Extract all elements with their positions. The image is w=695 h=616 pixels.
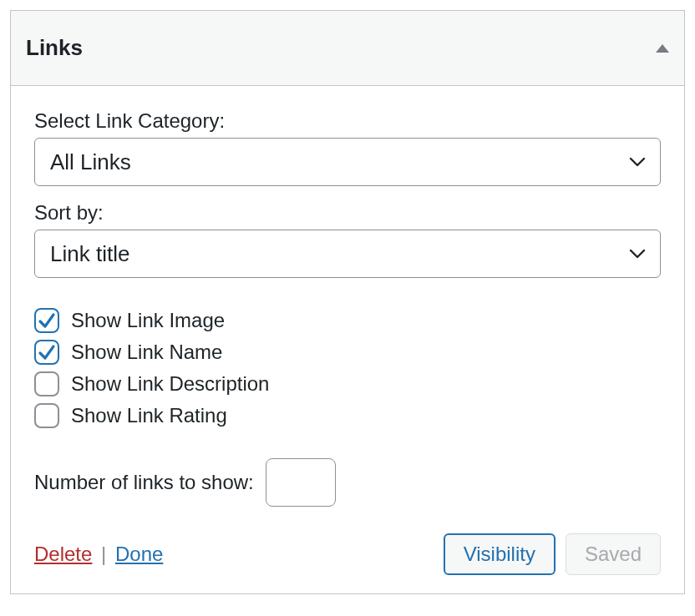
widget-body: Select Link Category: All Links Sort by:… (11, 86, 684, 593)
links-widget: Links Select Link Category: All Links So… (10, 10, 685, 594)
saved-button: Saved (566, 533, 661, 575)
checkbox-label: Show Link Image (71, 309, 225, 332)
category-select[interactable]: All Links (34, 138, 661, 186)
footer-links: Delete | Done (34, 543, 163, 566)
checkbox-label: Show Link Rating (71, 404, 227, 427)
separator: | (101, 543, 106, 565)
number-of-links-label: Number of links to show: (34, 471, 254, 494)
number-of-links-input[interactable] (266, 458, 336, 507)
footer-buttons: Visibility Saved (444, 533, 661, 575)
category-select-wrap: All Links (34, 138, 661, 186)
checkbox-input[interactable] (34, 371, 59, 396)
chevron-up-icon (656, 44, 669, 53)
checkbox-group: Show Link Image Show Link Name Show Link… (34, 308, 661, 428)
widget-footer: Delete | Done Visibility Saved (34, 533, 661, 575)
sort-label: Sort by: (34, 201, 661, 225)
checkmark-icon (38, 343, 56, 361)
checkbox-show-image[interactable]: Show Link Image (34, 308, 661, 333)
checkbox-show-name[interactable]: Show Link Name (34, 340, 661, 365)
sort-select-value: Link title (50, 241, 129, 267)
category-label: Select Link Category: (34, 109, 661, 133)
sort-select[interactable]: Link title (34, 230, 661, 278)
widget-header[interactable]: Links (11, 11, 684, 86)
checkbox-label: Show Link Description (71, 372, 269, 396)
done-link[interactable]: Done (115, 543, 163, 565)
checkbox-show-rating[interactable]: Show Link Rating (34, 403, 661, 428)
visibility-button[interactable]: Visibility (444, 533, 555, 575)
delete-link[interactable]: Delete (34, 543, 92, 565)
widget-title: Links (26, 35, 83, 61)
checkbox-input[interactable] (34, 340, 59, 365)
checkbox-input[interactable] (34, 403, 59, 428)
checkmark-icon (38, 311, 56, 330)
checkbox-input[interactable] (34, 308, 59, 333)
sort-select-wrap: Link title (34, 230, 661, 278)
category-select-value: All Links (50, 149, 131, 175)
checkbox-label: Show Link Name (71, 341, 222, 364)
number-of-links-row: Number of links to show: (34, 458, 661, 507)
checkbox-show-description[interactable]: Show Link Description (34, 371, 661, 396)
